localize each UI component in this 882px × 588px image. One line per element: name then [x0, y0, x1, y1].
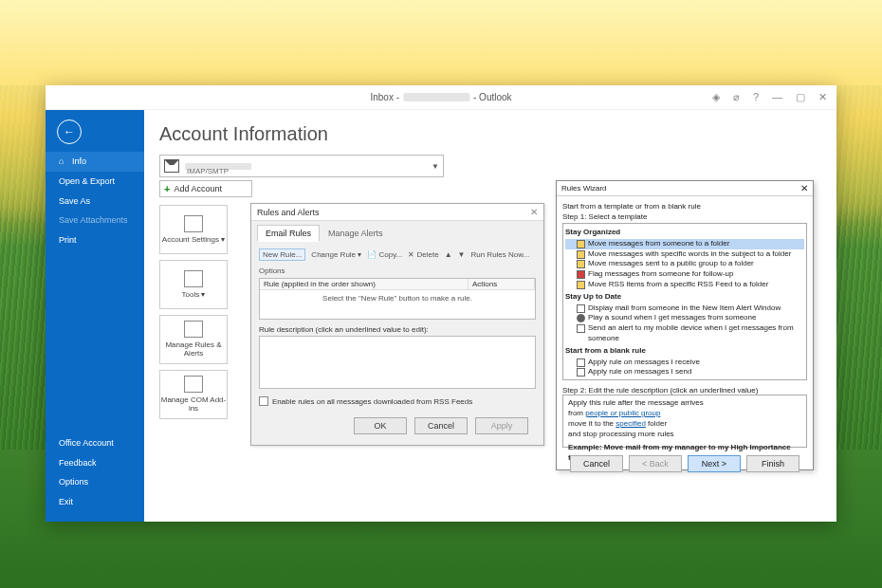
wizard-step2-label: Step 2: Edit the rule description (click…	[562, 386, 807, 395]
tab-manage-alerts[interactable]: Manage Alerts	[320, 225, 392, 242]
dropdown-arrow-icon: ▼	[432, 162, 439, 171]
tab-email-rules[interactable]: Email Rules	[257, 225, 320, 242]
content: ← ⌂Info Open & Export Save As Save Attac…	[46, 110, 836, 522]
cat-blank-rule: Start from a blank rule	[565, 346, 804, 357]
desc-line1: Apply this rule after the message arrive…	[568, 398, 801, 409]
col-rule: Rule (applied in the order shown)	[260, 279, 469, 289]
rules-toolbar: New Rule... Change Rule ▾ 📄 Copy... ✕ De…	[259, 246, 536, 278]
cancel-button[interactable]: Cancel	[414, 417, 468, 434]
minimize-button[interactable]: —	[772, 91, 782, 103]
page-title: Account Information	[159, 123, 821, 145]
sidebar-exit[interactable]: Exit	[46, 492, 144, 512]
link-specified[interactable]: specified	[616, 419, 646, 428]
opt-blank-send[interactable]: Apply rule on messages I send	[565, 367, 804, 377]
tile-account-settings[interactable]: Account Settings ▾	[159, 205, 228, 254]
opt-move-rss[interactable]: Move RSS items from a specific RSS Feed …	[565, 280, 804, 290]
folder-icon	[577, 260, 585, 268]
rules-icon	[184, 321, 203, 338]
rules-listbox[interactable]: Rule (applied in the order shown) Action…	[259, 278, 536, 320]
mail-in-icon	[577, 358, 585, 367]
opt-play-sound[interactable]: Play a sound when I get messages from so…	[565, 313, 804, 323]
dialog-tabs: Email Rules Manage Alerts	[251, 221, 543, 242]
desc-line-stop: and stop processing more rules	[568, 430, 801, 440]
add-account-button[interactable]: + Add Account	[159, 180, 252, 197]
account-settings-icon	[184, 215, 203, 232]
opt-mobile-alert[interactable]: Send an alert to my mobile device when I…	[565, 323, 804, 344]
run-rules-button[interactable]: Run Rules Now...	[470, 250, 529, 259]
close-button[interactable]: ✕	[818, 91, 827, 103]
wizard-close-icon[interactable]: ✕	[800, 183, 808, 193]
rule-description-label: Rule description (click an underlined va…	[259, 325, 536, 334]
link-people[interactable]: people or public group	[585, 409, 660, 417]
sidebar-save-as[interactable]: Save As	[46, 192, 144, 211]
wizard-cancel-button[interactable]: Cancel	[570, 455, 623, 472]
title-suffix: - Outlook	[473, 92, 512, 102]
tile-label: Tools ▾	[182, 291, 206, 300]
desc-line-from: from people or public group	[568, 409, 801, 419]
sidebar-info[interactable]: ⌂Info	[46, 152, 144, 172]
titlebar-icon-1[interactable]: ◈	[712, 91, 720, 103]
sidebar-info-label: Info	[72, 156, 86, 166]
opt-move-from-someone[interactable]: Move messages from someone to a folder	[565, 239, 804, 249]
tile-manage-rules[interactable]: Manage Rules & Alerts	[159, 315, 228, 364]
opt-display-alert[interactable]: Display mail from someone in the New Ite…	[565, 303, 804, 314]
account-dropdown[interactable]: IMAP/SMTP ▼	[159, 155, 444, 177]
opt-move-public-group[interactable]: Move messages sent to a public group to …	[565, 259, 804, 269]
wizard-title: Rules Wizard	[561, 184, 607, 193]
opt-label: Apply rule on messages I receive	[588, 358, 700, 368]
opt-label: Play a sound when I get messages from so…	[588, 313, 756, 323]
cat-stay-up-to-date: Stay Up to Date	[565, 292, 804, 303]
dialog-titlebar: Rules and Alerts ✕	[251, 204, 543, 221]
new-rule-button[interactable]: New Rule...	[259, 248, 305, 261]
delete-rule-button[interactable]: ✕ Delete	[408, 250, 438, 259]
outlook-window: Inbox - - Outlook ◈ ⌀ ? — ▢ ✕ ← ⌂Info Op…	[46, 85, 836, 522]
dialog-close-icon[interactable]: ✕	[530, 207, 538, 217]
opt-label: Display mail from someone in the New Ite…	[588, 303, 781, 314]
desc-line-move: move it to the specified folder	[568, 419, 801, 430]
back-button[interactable]: ←	[57, 119, 82, 144]
rule-description-box[interactable]	[259, 336, 536, 389]
titlebar-help-icon[interactable]: ?	[753, 91, 759, 103]
wizard-next-button[interactable]: Next >	[688, 455, 741, 472]
mail-icon	[164, 159, 179, 173]
action-tiles: Account Settings ▾ Tools ▾ Manage Rules …	[159, 205, 228, 419]
folder-icon	[577, 240, 585, 248]
tile-tools[interactable]: Tools ▾	[159, 260, 228, 309]
cat-stay-organized: Stay Organized	[565, 228, 804, 238]
titlebar-icon-2[interactable]: ⌀	[733, 91, 740, 103]
ok-button[interactable]: OK	[354, 417, 407, 434]
wizard-description-box[interactable]: Apply this rule after the message arrive…	[562, 395, 807, 448]
plus-icon: +	[164, 183, 170, 194]
mail-out-icon	[577, 368, 585, 377]
wizard-intro: Start from a template or from a blank ru…	[562, 202, 807, 211]
move-down-button[interactable]: ▼	[458, 250, 466, 259]
sidebar-office-account[interactable]: Office Account	[46, 433, 144, 453]
sidebar-save-attachments: Save Attachments	[46, 211, 144, 230]
opt-blank-receive[interactable]: Apply rule on messages I receive	[565, 358, 804, 368]
maximize-button[interactable]: ▢	[796, 91, 805, 103]
folder-icon	[577, 250, 585, 259]
folder-icon	[577, 281, 585, 289]
rules-options-button[interactable]: Options	[259, 266, 285, 275]
rss-checkbox[interactable]	[259, 396, 268, 406]
opt-flag-followup[interactable]: Flag messages from someone for follow-up	[565, 269, 804, 280]
rules-empty-text: Select the "New Rule" button to make a r…	[260, 290, 535, 306]
sidebar-options[interactable]: Options	[46, 472, 144, 492]
sidebar-print[interactable]: Print	[46, 230, 144, 250]
sidebar-feedback[interactable]: Feedback	[46, 453, 144, 473]
wizard-back-button: < Back	[629, 455, 682, 472]
wizard-step1-label: Step 1: Select a template	[562, 212, 807, 221]
opt-label: Apply rule on messages I send	[588, 367, 691, 377]
col-actions: Actions	[469, 279, 535, 289]
wizard-finish-button[interactable]: Finish	[746, 455, 799, 472]
opt-move-words-subject[interactable]: Move messages with specific words in the…	[565, 249, 804, 260]
template-listbox[interactable]: Stay Organized Move messages from someon…	[562, 223, 807, 380]
rules-wizard-dialog: Rules Wizard ✕ Start from a template or …	[556, 180, 814, 470]
copy-rule-button[interactable]: 📄 Copy...	[367, 250, 402, 259]
tile-com-addins[interactable]: Manage COM Add-ins	[159, 370, 228, 419]
move-up-button[interactable]: ▲	[445, 250, 452, 259]
sidebar-open-export[interactable]: Open & Export	[46, 172, 144, 192]
tile-label: Manage Rules & Alerts	[160, 341, 227, 358]
opt-label: Send an alert to my mobile device when I…	[588, 323, 804, 344]
change-rule-button[interactable]: Change Rule ▾	[311, 250, 361, 259]
